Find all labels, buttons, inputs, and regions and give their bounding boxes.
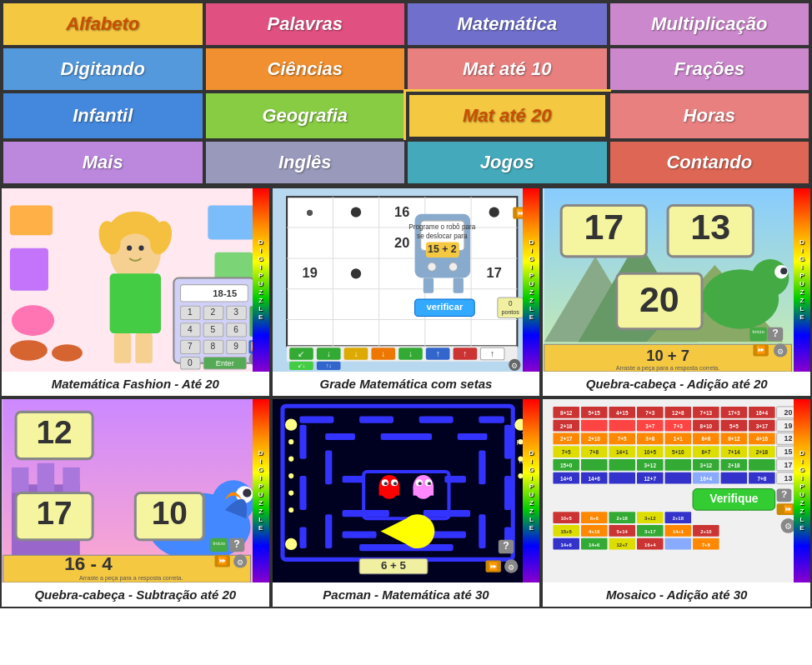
svg-rect-181 [325,450,332,484]
svg-rect-190 [342,510,388,517]
svg-point-15 [138,246,143,251]
svg-text:5+5: 5+5 [729,423,739,429]
nav-fracoes[interactable]: Frações [609,47,811,92]
svg-text:5+15: 5+15 [589,410,601,416]
svg-text:3: 3 [233,308,238,317]
game-title-puzzle-add: Quebra-cabeça - Adição até 20 [543,372,810,396]
game-card-pacman[interactable]: 12 pontos nível 1 6 + 5 ⏩ ⚙ ? DIGIPUZZLE [271,398,542,608]
svg-text:6: 6 [233,325,238,334]
svg-rect-9 [110,273,161,333]
game-card-mosaic[interactable]: 8+12 5+15 4+15 7+3 12+8 7+13 17+3 16+4 2… [541,398,812,608]
svg-text:15+0: 15+0 [560,462,573,468]
svg-rect-169 [419,416,453,422]
svg-text:Início: Início [753,328,765,334]
svg-text:5: 5 [211,325,216,334]
svg-point-208 [393,482,397,485]
game-card-fashion[interactable]: 18-15 1 2 3 4 5 6 7 8 9 [0,187,271,398]
svg-text:7+13: 7+13 [700,410,713,416]
game-thumb-fashion: 18-15 1 2 3 4 5 6 7 8 9 [2,188,269,372]
svg-text:7+5: 7+5 [562,449,571,455]
svg-text:15 + 2: 15 + 2 [428,243,457,255]
svg-text:↙↓: ↙↓ [297,362,305,369]
svg-text:12+8: 12+8 [672,410,684,416]
nav-multiplicacao[interactable]: Multiplicação [609,2,811,47]
svg-rect-210 [413,487,434,495]
svg-point-200 [285,419,297,431]
svg-text:12+7: 12+7 [617,542,629,548]
svg-rect-191 [423,510,469,517]
svg-text:20: 20 [394,235,409,250]
svg-point-71 [489,208,499,218]
nav-ciencias[interactable]: Ciências [204,47,407,92]
fashion-illustration: 18-15 1 2 3 4 5 6 7 8 9 [2,188,269,372]
svg-rect-249 [609,420,636,432]
nav-ingles[interactable]: Inglês [204,140,407,185]
game-title-pacman: Pacman - Matemática até 30 [273,582,540,607]
svg-text:3+12: 3+12 [700,462,713,468]
svg-rect-177 [325,433,355,440]
svg-text:17+3: 17+3 [728,410,740,416]
svg-rect-179 [457,433,487,440]
svg-rect-173 [299,527,306,548]
svg-text:20: 20 [784,408,793,417]
nav-mat-ate-20[interactable]: Mat até 20 [406,92,609,140]
svg-point-214 [428,482,431,485]
svg-text:16: 16 [394,204,409,219]
svg-text:16+4: 16+4 [756,410,769,416]
nav-horas[interactable]: Horas [609,92,811,140]
digipuzzle-badge-puzzle-sub: DIGIPUZZLE [253,399,269,582]
svg-text:se deslocar para: se deslocar para [417,232,468,240]
svg-text:7+3: 7+3 [646,410,655,416]
nav-mais[interactable]: Mais [2,140,204,185]
svg-text:7+14: 7+14 [728,449,740,455]
svg-rect-4 [208,205,254,239]
svg-text:?: ? [233,538,240,550]
game-title-mosaic: Mosaico - Adição até 30 [543,582,810,607]
game-card-puzzle-add[interactable]: 17 13 20 10 + 7 Arraste a peça para a re… [541,187,812,398]
svg-rect-182 [479,450,485,484]
svg-point-6 [10,340,48,361]
svg-text:7+8: 7+8 [702,542,711,548]
nav-infantil[interactable]: Infantil [2,92,204,140]
pacman-illustration: 12 pontos nível 1 6 + 5 ⏩ ⚙ ? [273,399,540,582]
digipuzzle-badge-puzzle-add: DIGIPUZZLE [794,188,810,372]
svg-rect-10 [114,333,131,363]
svg-text:10 + 7: 10 + 7 [647,347,690,364]
nav-matematica[interactable]: Matemática [406,2,609,47]
svg-text:Início: Início [213,540,225,546]
svg-rect-172 [299,476,306,510]
grade-illustration: ● 16 20 19 ● 17 ● Programe o robô para s… [273,188,540,372]
svg-text:18-15: 18-15 [213,288,237,298]
nav-palavras[interactable]: Palavras [204,2,407,47]
nav-geografia[interactable]: Geografia [204,92,407,140]
nav-digitando[interactable]: Digitando [2,47,204,92]
svg-text:Programe o robô para: Programe o robô para [409,223,475,231]
svg-point-199 [518,473,523,478]
svg-text:↓: ↓ [381,349,385,358]
svg-rect-248 [581,420,608,432]
svg-rect-178 [380,433,431,440]
svg-rect-316 [609,472,636,484]
game-card-puzzle-sub[interactable]: 12 17 10 16 - 4 Arraste a peça para a re… [0,398,271,608]
svg-text:14+1: 14+1 [673,529,684,534]
svg-rect-304 [665,459,692,471]
nav-mat-ate-10[interactable]: Mat até 10 [406,47,609,92]
svg-text:6+6: 6+6 [590,516,599,521]
svg-text:⚙: ⚙ [237,558,243,567]
svg-text:3+12: 3+12 [644,516,656,521]
svg-text:16 - 4: 16 - 4 [64,553,113,574]
svg-point-13 [117,233,154,271]
svg-rect-141 [12,468,28,493]
svg-text:?: ? [503,540,509,552]
nav-contando[interactable]: Contando [609,140,811,185]
svg-text:8+7: 8+7 [702,449,711,455]
svg-text:↑↓: ↑↓ [325,362,331,369]
nav-jogos[interactable]: Jogos [406,140,609,185]
nav-alfabeto[interactable]: Alfabeto [2,2,204,47]
game-card-grade[interactable]: ● 16 20 19 ● 17 ● Programe o robô para s… [271,187,542,398]
svg-rect-189 [359,544,454,551]
svg-text:17: 17 [784,461,793,469]
svg-rect-186 [479,514,485,548]
svg-text:Arraste a peça para a resposta: Arraste a peça para a resposta correta. [616,365,720,372]
svg-text:2+18: 2+18 [617,516,629,521]
